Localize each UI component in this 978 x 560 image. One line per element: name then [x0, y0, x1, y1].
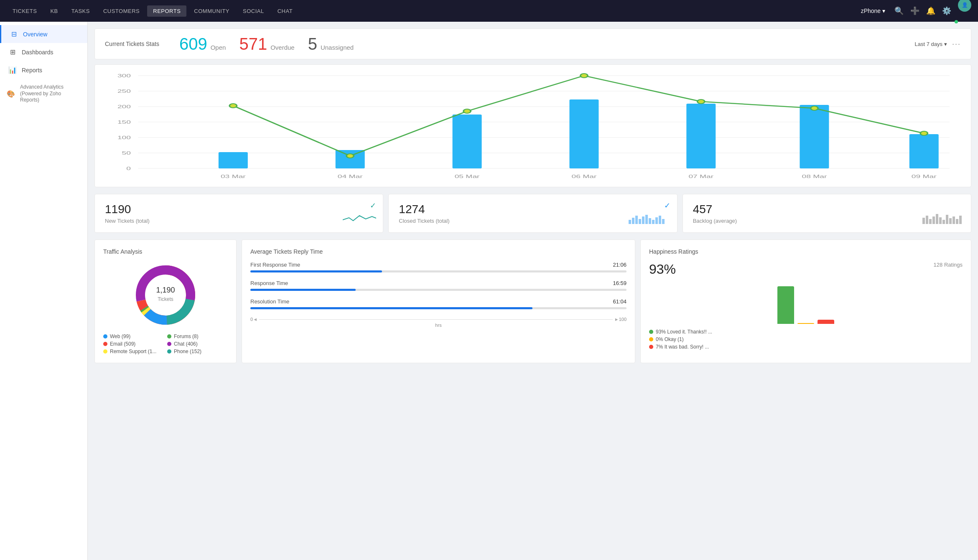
- svg-text:1,190: 1,190: [156, 286, 175, 294]
- stats-title: Current Tickets Stats: [105, 41, 159, 47]
- svg-text:09 Mar: 09 Mar: [912, 174, 937, 179]
- backlog-number: 457: [693, 203, 961, 216]
- svg-point-27: [920, 131, 927, 135]
- nav-reports[interactable]: REPORTS: [147, 5, 186, 17]
- nav-chat[interactable]: CHAT: [272, 5, 298, 17]
- happiness-bar-bad: [818, 320, 834, 324]
- sidebar-item-reports[interactable]: 📊 Reports: [0, 61, 87, 79]
- add-icon[interactable]: ➕: [910, 6, 919, 15]
- open-label: Open: [211, 44, 226, 51]
- response-time-bar-bg: [250, 289, 627, 291]
- svg-text:100: 100: [117, 135, 131, 140]
- traffic-legend: Web (99) Forums (8) Email (509) Chat (40…: [103, 333, 228, 354]
- first-response-row: First Response Time 21:06: [250, 262, 627, 272]
- resolution-time-row: Resolution Time 61:04: [250, 298, 627, 309]
- legend-loved-text: 93% Loved it. Thanks!! ...: [656, 329, 712, 335]
- happiness-bars: [649, 282, 963, 324]
- svg-rect-38: [639, 219, 641, 224]
- nav-items: TICKETS KB TASKS CUSTOMERS REPORTS COMMU…: [7, 5, 861, 17]
- mini-chart-backlog: [922, 211, 964, 226]
- svg-rect-47: [926, 216, 928, 224]
- dot-okay: [649, 337, 653, 341]
- stat-unassigned: 5 Unassigned: [308, 36, 354, 52]
- stat-overdue: 571 Overdue: [239, 36, 294, 52]
- happiness-card: Happiness Ratings 93% 128 Ratings 93% Lo…: [640, 239, 971, 363]
- nav-customers[interactable]: CUSTOMERS: [97, 5, 145, 17]
- settings-icon[interactable]: ⚙️: [942, 6, 951, 15]
- main-content: Current Tickets Stats 609 Open 571 Overd…: [88, 22, 978, 560]
- svg-text:04 Mar: 04 Mar: [338, 174, 363, 179]
- legend-bad-text: 7% It was bad. Sorry! ...: [656, 344, 709, 350]
- svg-text:Tickets: Tickets: [158, 296, 173, 302]
- happiness-bar-okay: [797, 323, 814, 324]
- axis-left-arrow: ◄: [253, 317, 257, 322]
- happiness-header: 93% 128 Ratings: [649, 262, 963, 277]
- summary-cards-row: 1190 New Tickets (total) ✓ 1274 Closed T…: [94, 194, 971, 233]
- first-response-label: First Response Time: [250, 262, 300, 268]
- summary-card-backlog: 457 Backlog (average): [683, 194, 971, 233]
- svg-point-25: [698, 99, 705, 104]
- svg-rect-45: [662, 219, 665, 224]
- legend-okay: 0% Okay (1): [649, 336, 963, 342]
- svg-text:08 Mar: 08 Mar: [802, 174, 827, 179]
- response-time-bar: [250, 289, 356, 291]
- legend-okay-text: 0% Okay (1): [656, 336, 684, 342]
- first-response-time: 21:06: [613, 262, 627, 268]
- online-indicator: [955, 20, 958, 23]
- sidebar-item-dashboards[interactable]: ⊞ Dashboards: [0, 43, 87, 61]
- notification-icon[interactable]: 🔔: [926, 6, 935, 15]
- summary-card-new-tickets: 1190 New Tickets (total) ✓: [94, 194, 383, 233]
- svg-rect-42: [652, 220, 655, 224]
- svg-rect-50: [936, 214, 938, 224]
- tickets-chart: 300 250 200 150 100 50 0: [102, 71, 964, 180]
- svg-text:250: 250: [117, 89, 131, 94]
- resolution-time-label: Resolution Time: [250, 298, 289, 305]
- response-time-row: Response Time 16:59: [250, 280, 627, 291]
- svg-rect-53: [946, 215, 948, 224]
- axis-end: 100: [619, 317, 627, 322]
- summary-card-closed-tickets: 1274 Closed Tickets (total) ✓: [388, 194, 677, 233]
- avatar[interactable]: 👤: [958, 0, 971, 12]
- sidebar-label-overview: Overview: [23, 31, 47, 38]
- nav-right: zPhone ▾ 🔍 ➕ 🔔 ⚙️ 👤: [861, 0, 971, 23]
- mini-chart-closed: [629, 211, 670, 226]
- axis-right-arrow: ►: [614, 317, 619, 322]
- nav-social[interactable]: SOCIAL: [237, 5, 270, 17]
- svg-rect-41: [649, 218, 651, 224]
- check-icon-closed: ✓: [664, 201, 670, 210]
- nav-tickets[interactable]: TICKETS: [7, 5, 43, 17]
- donut-svg: 1,190 Tickets: [132, 262, 199, 328]
- unassigned-count: 5: [308, 36, 317, 52]
- legend-email: Email (509): [103, 341, 164, 347]
- date-filter[interactable]: Last 7 days ▾: [914, 41, 947, 47]
- app-body: ⊟ Overview ⊞ Dashboards 📊 Reports 🎨 Adva…: [0, 22, 978, 560]
- traffic-title: Traffic Analysis: [103, 248, 228, 255]
- first-response-bar: [250, 270, 382, 272]
- svg-point-24: [581, 74, 588, 78]
- sidebar-item-analytics[interactable]: 🎨 Advanced Analytics (Powered by Zoho Re…: [0, 79, 87, 109]
- search-icon[interactable]: 🔍: [894, 6, 904, 15]
- resolution-time-bar: [250, 307, 532, 309]
- sidebar-item-overview[interactable]: ⊟ Overview: [0, 25, 87, 43]
- sidebar-label-analytics-sub: (Powered by Zoho Reports): [20, 91, 79, 104]
- nav-community[interactable]: COMMUNITY: [188, 5, 235, 17]
- svg-rect-43: [655, 217, 658, 224]
- sidebar-label-dashboards: Dashboards: [22, 49, 53, 56]
- nav-kb[interactable]: KB: [44, 5, 64, 17]
- reports-icon: 📊: [8, 66, 17, 74]
- top-navigation: TICKETS KB TASKS CUSTOMERS REPORTS COMMU…: [0, 0, 978, 22]
- svg-rect-35: [629, 220, 631, 224]
- more-options-button[interactable]: ···: [952, 40, 961, 48]
- svg-rect-46: [922, 218, 925, 224]
- svg-point-23: [464, 109, 471, 113]
- chart-card: 300 250 200 150 100 50 0: [94, 64, 971, 187]
- nav-tasks[interactable]: TASKS: [66, 5, 96, 17]
- svg-text:50: 50: [122, 150, 131, 155]
- closed-tickets-label: Closed Tickets (total): [399, 218, 667, 224]
- backlog-label: Backlog (average): [693, 218, 961, 224]
- reply-time-title: Average Tickets Reply Time: [250, 248, 627, 255]
- happiness-legends: 93% Loved it. Thanks!! ... 0% Okay (1) 7…: [649, 329, 963, 350]
- brand-label[interactable]: zPhone ▾: [861, 8, 885, 14]
- stats-header: Current Tickets Stats 609 Open 571 Overd…: [94, 28, 971, 59]
- resolution-time-value: 61:04: [613, 298, 627, 305]
